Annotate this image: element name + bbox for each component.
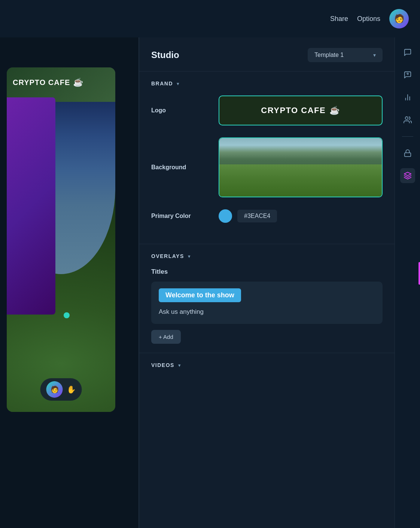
- logo-box-text: CRYPTO CAFE ☕: [261, 106, 340, 115]
- preview-card: CRYPTO CAFE ☕ 🧑 ✋: [7, 67, 115, 412]
- primary-color-field-row: Primary Color #3EACE4: [151, 209, 383, 223]
- users-icon[interactable]: [400, 112, 415, 127]
- title-chip[interactable]: Welcome to the show: [159, 288, 241, 302]
- brand-chevron-icon: ▾: [177, 81, 179, 87]
- overlays-section: OVERLAYS ▾ Titles Welcome to the show As…: [139, 244, 395, 353]
- subtitle-text: Ask us anything: [159, 307, 375, 317]
- overlays-section-title: OVERLAYS: [151, 253, 184, 259]
- topbar: Share Options 🧑: [0, 0, 420, 37]
- preview-logo-bar: CRYPTO CAFE ☕: [7, 67, 115, 97]
- brand-section: BRAND ▾ Logo CRYPTO CAFE ☕ Background Pr…: [139, 72, 395, 244]
- svg-marker-6: [404, 172, 411, 176]
- overlays-chevron-icon: ▾: [188, 254, 191, 259]
- question-icon[interactable]: [400, 67, 415, 82]
- titles-box: Welcome to the show Ask us anything: [151, 282, 383, 324]
- bg-field: [219, 164, 382, 197]
- primary-color-swatch[interactable]: [219, 209, 232, 223]
- user-avatar[interactable]: 🧑: [389, 9, 409, 28]
- preview-logo-text: CRYPTO CAFE: [13, 78, 70, 87]
- background-field-row: Background: [151, 137, 383, 197]
- teal-dot: [64, 312, 70, 318]
- logo-label: Logo: [151, 107, 219, 114]
- studio-panel: Studio Template 1 ▾ BRAND ▾ Logo CRYPTO …: [139, 37, 395, 528]
- layers-icon[interactable]: [400, 168, 415, 183]
- videos-chevron-icon: ▾: [178, 362, 181, 368]
- svg-point-4: [405, 117, 408, 119]
- sidebar-divider-1: [402, 136, 413, 137]
- primary-color-hex: #3EACE4: [237, 210, 277, 222]
- primary-color-label: Primary Color: [151, 213, 219, 219]
- chat-icon[interactable]: [400, 45, 415, 60]
- svg-rect-5: [404, 153, 411, 157]
- chart-icon[interactable]: [400, 90, 415, 105]
- add-title-button[interactable]: + Add: [151, 330, 181, 344]
- brand-section-header[interactable]: BRAND ▾: [151, 81, 383, 87]
- videos-section-title: VIDEOS: [151, 362, 174, 368]
- lock-chat-icon[interactable]: [400, 146, 415, 161]
- purple-overlay: [7, 97, 55, 315]
- hand-icon: ✋: [67, 385, 76, 394]
- logo-box[interactable]: CRYPTO CAFE ☕: [219, 95, 383, 125]
- studio-header: Studio Template 1 ▾: [139, 37, 395, 72]
- titles-label: Titles: [151, 268, 383, 276]
- background-image-box[interactable]: [219, 137, 383, 197]
- brand-section-title: BRAND: [151, 81, 173, 87]
- videos-section-header[interactable]: VIDEOS ▾: [151, 362, 383, 368]
- background-label: Background: [151, 164, 219, 171]
- share-button[interactable]: Share: [330, 15, 348, 23]
- sidebar-accent-bar: [419, 262, 420, 285]
- videos-section: VIDEOS ▾: [139, 353, 395, 386]
- cup-icon: ☕: [73, 78, 83, 87]
- logo-cup-icon: ☕: [329, 106, 340, 115]
- preview-avatar: 🧑: [46, 381, 63, 398]
- chevron-down-icon: ▾: [373, 52, 376, 58]
- template-dropdown[interactable]: Template 1 ▾: [308, 48, 383, 62]
- template-dropdown-label: Template 1: [314, 52, 344, 58]
- options-button[interactable]: Options: [357, 15, 380, 23]
- overlays-section-header[interactable]: OVERLAYS ▾: [151, 253, 383, 259]
- preview-logo: CRYPTO CAFE ☕: [13, 78, 83, 87]
- preview-bottom-bar: 🧑 ✋: [40, 378, 82, 401]
- preview-panel: CRYPTO CAFE ☕ 🧑 ✋: [0, 37, 139, 528]
- right-sidebar: [395, 37, 420, 528]
- logo-field-row: Logo CRYPTO CAFE ☕: [151, 95, 383, 125]
- studio-title: Studio: [151, 50, 179, 60]
